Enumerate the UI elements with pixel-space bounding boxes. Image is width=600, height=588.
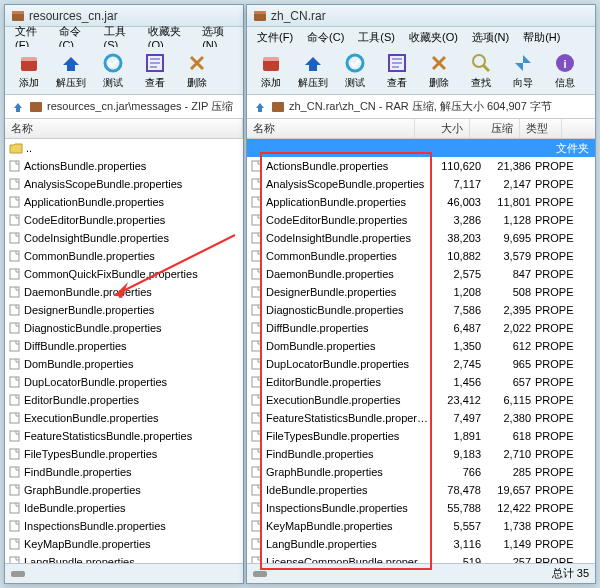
tool-添加[interactable]: 添加 <box>251 49 291 93</box>
list-item[interactable]: CommonQuickFixBundle.properties <box>5 265 243 283</box>
tool-信息[interactable]: i信息 <box>545 49 585 93</box>
titlebar[interactable]: zh_CN.rar <box>247 5 595 27</box>
file-list[interactable]: .. ActionsBundle.propertiesAnalysisScope… <box>5 139 243 563</box>
tool-测试[interactable]: 测试 <box>335 49 375 93</box>
column-header[interactable]: 名称 <box>5 119 243 139</box>
list-item[interactable]: DiffBundle.properties6,4872,022PROPE <box>247 319 595 337</box>
path-text: resources_cn.jar\messages - ZIP 压缩 <box>47 99 233 114</box>
list-item[interactable]: FeatureStatisticsBundle.properties <box>5 427 243 445</box>
menu-item[interactable]: 帮助(H) <box>517 28 566 47</box>
list-item[interactable]: GraphBundle.properties766285PROPE <box>247 463 595 481</box>
svg-rect-9 <box>30 102 42 112</box>
list-item[interactable]: CodeInsightBundle.properties38,2039,695P… <box>247 229 595 247</box>
list-item[interactable]: CommonBundle.properties10,8823,579PROPE <box>247 247 595 265</box>
list-item[interactable]: LangBundle.properties3,1161,149PROPE <box>247 535 595 553</box>
header-type[interactable]: 类型 <box>520 119 562 138</box>
list-item[interactable]: IdeBundle.properties78,47819,657PROPE <box>247 481 595 499</box>
pathbar[interactable]: zh_CN.rar\zh_CN - RAR 压缩, 解压大小 604,907 字… <box>247 95 595 119</box>
svg-rect-3 <box>21 57 37 61</box>
tool-添加[interactable]: 添加 <box>9 49 49 93</box>
list-item[interactable]: DiffBundle.properties <box>5 337 243 355</box>
up-dir[interactable]: .. <box>5 139 243 157</box>
list-item[interactable]: FindBundle.properties <box>5 463 243 481</box>
tool-测试[interactable]: 测试 <box>93 49 133 93</box>
list-item[interactable]: KeyMapBundle.properties5,5571,738PROPE <box>247 517 595 535</box>
tool-删除[interactable]: 删除 <box>177 49 217 93</box>
pathbar[interactable]: resources_cn.jar\messages - ZIP 压缩 <box>5 95 243 119</box>
list-item[interactable]: ExecutionBundle.properties <box>5 409 243 427</box>
list-item[interactable]: ApplicationBundle.properties <box>5 193 243 211</box>
list-item[interactable]: EditorBundle.properties <box>5 391 243 409</box>
list-item[interactable]: DupLocatorBundle.properties2,745965PROPE <box>247 355 595 373</box>
folder-row[interactable]: 文件夹 <box>247 139 595 157</box>
menu-item[interactable]: 收藏夹(O) <box>403 28 464 47</box>
list-item[interactable]: CodeInsightBundle.properties <box>5 229 243 247</box>
list-item[interactable]: DesignerBundle.properties <box>5 301 243 319</box>
list-item[interactable]: DaemonBundle.properties <box>5 283 243 301</box>
list-item[interactable]: ActionsBundle.properties110,62021,386PRO… <box>247 157 595 175</box>
list-item[interactable]: DaemonBundle.properties2,575847PROPE <box>247 265 595 283</box>
list-item[interactable]: DupLocatorBundle.properties <box>5 373 243 391</box>
list-item[interactable]: CommonBundle.properties <box>5 247 243 265</box>
list-item[interactable]: LangBundle.properties <box>5 553 243 563</box>
header-size[interactable]: 大小 <box>415 119 470 138</box>
toolbar: 添加解压到测试查看删除查找向导i信息 <box>247 47 595 95</box>
svg-rect-39 <box>263 57 279 61</box>
svg-rect-52 <box>252 197 261 207</box>
list-item[interactable]: CodeEditorBundle.properties3,2861,128PRO… <box>247 211 595 229</box>
list-item[interactable]: DomBundle.properties1,350612PROPE <box>247 337 595 355</box>
list-item[interactable]: DiagnosticBundle.properties <box>5 319 243 337</box>
window-resources: resources_cn.jar 文件(F)命令(C)工具(S)收藏夹(O)选项… <box>4 4 244 584</box>
path-text: zh_CN.rar\zh_CN - RAR 压缩, 解压大小 604,907 字… <box>289 99 552 114</box>
svg-rect-66 <box>252 449 261 459</box>
list-item[interactable]: FeatureStatisticsBundle.properties7,4972… <box>247 409 595 427</box>
svg-rect-61 <box>252 359 261 369</box>
tool-查看[interactable]: 查看 <box>377 49 417 93</box>
svg-rect-58 <box>252 305 261 315</box>
menu-item[interactable]: 命令(C) <box>301 28 350 47</box>
list-item[interactable]: FileTypesBundle.properties <box>5 445 243 463</box>
list-item[interactable]: DesignerBundle.properties1,208508PROPE <box>247 283 595 301</box>
svg-rect-37 <box>254 11 266 14</box>
tool-删除[interactable]: 删除 <box>419 49 459 93</box>
svg-rect-35 <box>11 571 25 577</box>
tool-向导[interactable]: 向导 <box>503 49 543 93</box>
tool-查看[interactable]: 查看 <box>135 49 175 93</box>
list-item[interactable]: EditorBundle.properties1,456657PROPE <box>247 373 595 391</box>
column-header[interactable]: 名称 大小 压缩 类型 <box>247 119 595 139</box>
list-item[interactable]: DiagnosticBundle.properties7,5862,395PRO… <box>247 301 595 319</box>
header-compressed[interactable]: 压缩 <box>470 119 520 138</box>
svg-rect-31 <box>10 539 19 549</box>
list-item[interactable]: FindBundle.properties9,1832,710PROPE <box>247 445 595 463</box>
list-item[interactable]: ActionsBundle.properties <box>5 157 243 175</box>
list-item[interactable]: LicenseCommonBundle.properties519257PROP… <box>247 553 595 563</box>
list-item[interactable]: GraphBundle.properties <box>5 481 243 499</box>
header-name[interactable]: 名称 <box>247 119 415 138</box>
toolbar: 添加解压到测试查看删除 <box>5 47 243 95</box>
list-item[interactable]: IdeBundle.properties <box>5 499 243 517</box>
up-icon[interactable] <box>253 100 267 114</box>
list-item[interactable]: ExecutionBundle.properties23,4126,115PRO… <box>247 391 595 409</box>
list-item[interactable]: CodeEditorBundle.properties <box>5 211 243 229</box>
tool-解压到[interactable]: 解压到 <box>51 49 91 93</box>
list-item[interactable]: AnalysisScopeBundle.properties <box>5 175 243 193</box>
menu-item[interactable]: 文件(F) <box>251 28 299 47</box>
list-item[interactable]: InspectionsBundle.properties55,78812,422… <box>247 499 595 517</box>
tool-查找[interactable]: 查找 <box>461 49 501 93</box>
list-item[interactable]: ApplicationBundle.properties46,00311,801… <box>247 193 595 211</box>
up-icon[interactable] <box>11 100 25 114</box>
list-item[interactable]: FileTypesBundle.properties1,891618PROPE <box>247 427 595 445</box>
list-item[interactable]: InspectionsBundle.properties <box>5 517 243 535</box>
title-text: resources_cn.jar <box>29 9 118 23</box>
list-item[interactable]: AnalysisScopeBundle.properties7,1172,147… <box>247 175 595 193</box>
svg-rect-18 <box>10 305 19 315</box>
tool-解压到[interactable]: 解压到 <box>293 49 333 93</box>
svg-rect-57 <box>252 287 261 297</box>
file-list[interactable]: 文件夹 ActionsBundle.properties110,62021,38… <box>247 139 595 563</box>
list-item[interactable]: DomBundle.properties <box>5 355 243 373</box>
svg-rect-54 <box>252 233 261 243</box>
menu-item[interactable]: 选项(N) <box>466 28 515 47</box>
header-name[interactable]: 名称 <box>5 119 243 138</box>
list-item[interactable]: KeyMapBundle.properties <box>5 535 243 553</box>
menu-item[interactable]: 工具(S) <box>352 28 401 47</box>
